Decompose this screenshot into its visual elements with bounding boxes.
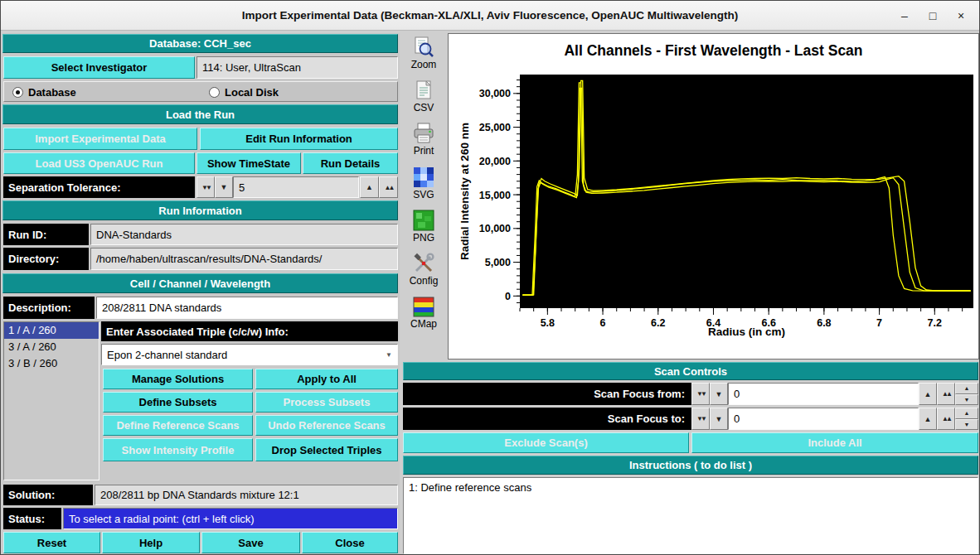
tolerance-up-button[interactable]: ▲ <box>360 176 379 198</box>
separation-tolerance-label: Separation Tolerance: <box>3 176 195 198</box>
scan-focus-to-label: Scan Focus to: <box>403 408 691 430</box>
drop-selected-triples-button[interactable]: Drop Selected Triples <box>255 438 398 461</box>
svg-text:6: 6 <box>600 317 606 329</box>
cmap-icon <box>413 296 434 317</box>
double-down-icon: ▼▼ <box>696 390 705 398</box>
load-us3-run-button[interactable]: Load US3 OpenAUC Run <box>3 152 195 174</box>
zoom-icon <box>413 36 434 58</box>
close-button[interactable]: × <box>951 7 971 25</box>
down-icon[interactable]: ▼ <box>955 394 978 406</box>
svg-tool-button[interactable]: SVG <box>400 166 447 200</box>
tool-label: Config <box>400 275 447 287</box>
radio-local-disk[interactable]: Local Disk <box>209 84 279 99</box>
scan-controls-header: Scan Controls <box>403 362 978 380</box>
svg-text:6.8: 6.8 <box>817 317 831 329</box>
tolerance-page-up-button[interactable]: ▲▲ <box>379 176 398 198</box>
edit-run-info-button[interactable]: Edit Run Information <box>200 128 398 150</box>
focus-from-page-up-button[interactable]: ▲▲ <box>937 383 955 405</box>
focus-to-page-down-button[interactable]: ▼▼ <box>691 408 710 430</box>
triple-list-item[interactable]: 3 / B / 260 <box>4 355 99 372</box>
focus-to-down-button[interactable]: ▼ <box>710 408 728 430</box>
print-icon <box>413 123 434 144</box>
triple-list-item[interactable]: 3 / A / 260 <box>4 339 99 355</box>
up-icon: ▲ <box>924 390 932 398</box>
scan-focus-from-label: Scan Focus from: <box>403 383 691 405</box>
triple-list-item[interactable]: 1 / A / 260 <box>4 322 99 339</box>
run-id-field: DNA-Standards <box>90 224 398 245</box>
reset-button[interactable]: Reset <box>3 532 100 553</box>
import-data-button[interactable]: Import Experimental Data <box>3 128 197 150</box>
window-titlebar: Import Experimental Data (Beckman-XLA/XL… <box>1 1 979 31</box>
description-field[interactable]: 208/2811 DNA standards <box>96 297 398 319</box>
apply-to-all-button[interactable]: Apply to All <box>255 369 398 389</box>
focus-to-up-button[interactable]: ▲ <box>919 408 937 430</box>
disk-db-radio-bar: Database Local Disk <box>3 81 398 102</box>
zoom-tool-button[interactable]: Zoom <box>400 36 447 70</box>
maximize-button[interactable]: □ <box>923 7 943 25</box>
plot-widget: All Channels - First Wavelength - Last S… <box>448 33 979 360</box>
focus-to-page-up-button[interactable]: ▲▲ <box>937 408 955 430</box>
focus-to-spinbox[interactable]: ▲ ▼ <box>955 408 978 430</box>
png-tool-button[interactable]: PNG <box>400 210 447 244</box>
solution-label: Solution: <box>3 485 93 505</box>
tolerance-page-down-button[interactable]: ▼▼ <box>196 176 215 198</box>
save-button[interactable]: Save <box>201 532 300 553</box>
csv-tool-button[interactable]: CSV <box>400 80 447 113</box>
focus-from-page-down-button[interactable]: ▼▼ <box>691 383 710 405</box>
svg-icon <box>413 166 434 188</box>
double-down-icon: ▼▼ <box>696 415 705 422</box>
separation-tolerance-field[interactable]: 5 <box>233 176 359 198</box>
up-icon[interactable]: ▲ <box>955 408 978 419</box>
manage-solutions-button[interactable]: Manage Solutions <box>103 369 253 389</box>
triple-info-select[interactable]: Epon 2-channel standard ▼ <box>101 344 398 365</box>
svg-text:7: 7 <box>876 317 882 329</box>
investigator-field: 114: User, UltraScan <box>196 56 398 79</box>
print-tool-button[interactable]: Print <box>400 123 447 157</box>
close-dialog-button[interactable]: Close <box>302 532 398 553</box>
down-icon[interactable]: ▼ <box>955 419 978 431</box>
chevron-down-icon: ▼ <box>386 351 392 359</box>
show-timestate-button[interactable]: Show TimeState <box>196 152 301 174</box>
plot-canvas[interactable]: 5.866.26.46.66.877.205,00010,00015,00020… <box>449 34 978 359</box>
down-icon: ▼ <box>221 183 228 191</box>
define-subsets-button[interactable]: Define Subsets <box>103 392 253 413</box>
focus-from-up-button[interactable]: ▲ <box>919 383 937 405</box>
radio-database[interactable]: Database <box>12 84 76 99</box>
cmap-tool-button[interactable]: CMap <box>400 296 447 330</box>
config-tool-button[interactable]: Config <box>400 253 447 287</box>
process-subsets-button[interactable]: Process Subsets <box>255 392 398 413</box>
help-button[interactable]: Help <box>102 532 200 553</box>
svg-text:25,000: 25,000 <box>479 122 511 133</box>
instructions-header: Instructions ( to do list ) <box>403 456 978 475</box>
svg-text:15,000: 15,000 <box>479 190 511 201</box>
up-icon[interactable]: ▲ <box>955 383 978 394</box>
load-run-header: Load the Run <box>2 104 398 124</box>
description-label: Description: <box>3 297 95 319</box>
scan-focus-from-field[interactable]: 0 <box>728 383 919 405</box>
define-reference-scans-button[interactable]: Define Reference Scans <box>103 415 253 436</box>
exclude-scans-button[interactable]: Exclude Scan(s) <box>403 432 689 453</box>
show-intensity-profile-button[interactable]: Show Intensity Profile <box>103 438 253 461</box>
maximize-icon: □ <box>929 9 936 22</box>
svg-text:5,000: 5,000 <box>485 257 511 268</box>
tool-label: SVG <box>400 189 447 200</box>
minimize-button[interactable]: – <box>895 7 915 25</box>
tool-label: CMap <box>400 318 447 330</box>
include-all-button[interactable]: Include All <box>691 432 978 453</box>
scan-focus-to-field[interactable]: 0 <box>728 408 919 430</box>
status-field: To select a radial point: (ctrl + left c… <box>63 508 398 529</box>
radio-database-circle <box>12 87 23 98</box>
triple-info-label: Enter Associated Triple (c/c/w) Info: <box>101 321 398 341</box>
select-investigator-button[interactable]: Select Investigator <box>3 56 195 79</box>
undo-reference-scans-button[interactable]: Undo Reference Scans <box>255 415 398 436</box>
tolerance-down-button[interactable]: ▼ <box>215 176 233 198</box>
run-details-button[interactable]: Run Details <box>303 152 398 174</box>
svg-text:6.4: 6.4 <box>706 317 720 329</box>
plot-toolbar: Zoom CSV Print <box>400 33 447 381</box>
svg-text:0: 0 <box>505 291 511 302</box>
tool-label: PNG <box>400 232 447 244</box>
png-icon <box>413 210 434 231</box>
focus-from-spinbox[interactable]: ▲ ▼ <box>955 383 978 405</box>
directory-label: Directory: <box>3 248 89 270</box>
focus-from-down-button[interactable]: ▼ <box>710 383 728 405</box>
